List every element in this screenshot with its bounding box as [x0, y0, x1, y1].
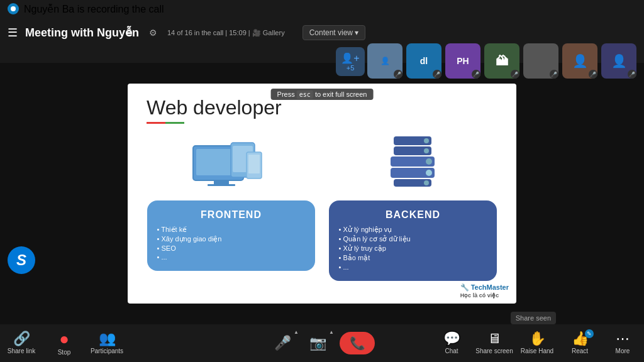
participants-label: Participants [91, 348, 123, 354]
more-icon: ⋯ [616, 332, 630, 346]
toolbar-left: 🔗 Share link ● Stop 👥 Participants [0, 326, 128, 361]
svg-point-15 [426, 170, 432, 176]
mic-icon: 🎤 [274, 336, 291, 350]
svg-point-17 [424, 180, 429, 185]
react-icon: 👍 ✎ [572, 332, 589, 346]
camera-button[interactable]: 📷 ▲ [300, 326, 335, 361]
share-screen-icon: 🖥 [487, 332, 501, 346]
recording-bar: Nguyễn Ba is recording the call [0, 0, 644, 18]
raise-hand-label: Raise Hand [521, 348, 553, 354]
frontend-icon [190, 136, 272, 193]
mic-button[interactable]: 🎤 ▲ [265, 326, 300, 361]
avatar-participant-2: dl 🎤 [406, 43, 443, 80]
recording-text: Nguyễn Ba is recording the call [24, 3, 164, 15]
end-call-button[interactable]: 📞 [335, 326, 379, 361]
share-link-label: Share link [8, 348, 35, 354]
avatar-participant-7: 👤 🎤 [601, 43, 638, 80]
avatar-participant-3: PH 🎤 [445, 43, 482, 80]
stop-button[interactable]: ● Stop [43, 326, 86, 361]
avatar-participant-5: 🎤 [523, 43, 560, 80]
chat-icon: 💬 [443, 332, 460, 346]
camera-icon: 📷 [309, 336, 326, 350]
add-count: +5 [347, 64, 355, 72]
end-call-icon: 📞 [340, 332, 375, 354]
avatar-participant-4: 🏔 🎤 [484, 43, 521, 80]
raise-hand-button[interactable]: ✋ Raise Hand [516, 326, 558, 361]
main-content: S Press esc to exit full screen Web deve… [0, 63, 644, 324]
backend-icon [372, 136, 453, 193]
meeting-meta: 14 of 16 in the call | 15:09 | 🎥 Gallery [167, 29, 285, 37]
share-seen-area: Share seen [511, 312, 556, 324]
svg-rect-2 [214, 180, 229, 184]
techmaster-logo: 🔧 TechMaster Học là có việc [460, 283, 509, 299]
frontend-item-1: • Thiết kế [157, 226, 306, 234]
share-link-icon: 🔗 [13, 332, 30, 346]
share-screen-button[interactable]: 🖥 Share screen [473, 326, 516, 361]
backend-item-1: • Xử lý nghiệp vụ [339, 226, 487, 234]
mic-4: 🎤 [511, 70, 519, 79]
backend-item-2: • Quản lý cơ sở dữ liệu [339, 235, 487, 243]
mic-6: 🎤 [589, 70, 597, 79]
stop-icon: ● [59, 331, 69, 347]
frontend-column: FRONTEND • Thiết kế • Xây dựng giao diện… [147, 136, 316, 271]
avatar-participant-6: 👤 🎤 [562, 43, 599, 80]
slide-inner: Web developer [128, 84, 516, 304]
frontend-item-4: • ... [157, 253, 306, 261]
slide-container: Press esc to exit full screen Web develo… [128, 84, 516, 304]
svg-point-11 [424, 148, 429, 153]
more-button[interactable]: ⋯ More [601, 326, 644, 361]
mic-2: 🎤 [433, 70, 441, 79]
chat-label: Chat [445, 348, 458, 354]
slide-underline [147, 122, 184, 124]
slide-content: FRONTEND • Thiết kế • Xây dựng giao diện… [147, 136, 497, 281]
backend-item-4: • Bảo mật [339, 254, 487, 262]
backend-card: BACKEND • Xử lý nghiệp vụ • Quản lý cơ s… [329, 200, 497, 281]
backend-title: BACKEND [339, 209, 487, 221]
react-label: React [572, 348, 588, 354]
svg-rect-3 [208, 184, 235, 186]
avatar-participant-1: 👤 🎤 [367, 43, 404, 80]
frontend-item-2: • Xây dựng giao diện [157, 235, 306, 243]
chat-button[interactable]: 💬 Chat [430, 326, 473, 361]
mic-3: 🎤 [472, 70, 480, 79]
svg-rect-7 [248, 155, 260, 173]
more-label: More [616, 348, 630, 354]
participants-icon: 👥 [99, 332, 116, 346]
hamburger-icon[interactable]: ☰ [8, 26, 18, 40]
backend-item-3: • Xử lý truy cập [339, 244, 487, 253]
mic-5: 🎤 [550, 70, 558, 79]
frontend-title: FRONTEND [157, 209, 306, 221]
mic-expand-arrow[interactable]: ▲ [294, 329, 299, 335]
frontend-item-3: • SEO [157, 244, 306, 252]
add-participants-button[interactable]: 👤+ +5 [336, 47, 365, 76]
stop-label: Stop [58, 349, 71, 356]
recording-indicator [8, 3, 19, 14]
share-seen-text: Share seen [516, 314, 551, 322]
frontend-card: FRONTEND • Thiết kế • Xây dựng giao diện… [147, 200, 316, 271]
mic-7: 🎤 [628, 70, 636, 79]
mic-muted-1: 🎤 [394, 70, 402, 79]
avatars-row: 👤+ +5 👤 🎤 dl 🎤 PH 🎤 🏔 🎤 🎤 [336, 30, 644, 93]
react-button[interactable]: 👍 ✎ React [558, 326, 601, 361]
gear-icon[interactable]: ⚙ [149, 28, 157, 38]
bottom-toolbar: 🔗 Share link ● Stop 👥 Participants 🎤 ▲ 📷… [0, 324, 644, 362]
camera-expand-arrow[interactable]: ▲ [329, 329, 334, 335]
top-bar: Nguyễn Ba is recording the call ☰ Meetin… [0, 0, 644, 63]
share-link-button[interactable]: 🔗 Share link [0, 326, 43, 361]
toolbar-right: 💬 Chat 🖥 Share screen ✋ Raise Hand 👍 ✎ R… [430, 326, 644, 361]
svg-point-9 [424, 138, 429, 143]
skype-logo: S [8, 246, 35, 274]
backend-item-5: • ... [339, 263, 487, 271]
react-badge: ✎ [585, 329, 594, 338]
svg-point-13 [426, 158, 432, 165]
share-screen-label: Share screen [475, 348, 513, 354]
participants-button[interactable]: 👥 Participants [86, 326, 128, 361]
raise-hand-icon: ✋ [529, 332, 546, 346]
meeting-title: Meeting with Nguyễn [25, 26, 139, 40]
toolbar-center: 🎤 ▲ 📷 ▲ 📞 [265, 326, 379, 361]
backend-column: BACKEND • Xử lý nghiệp vụ • Quản lý cơ s… [329, 136, 497, 281]
